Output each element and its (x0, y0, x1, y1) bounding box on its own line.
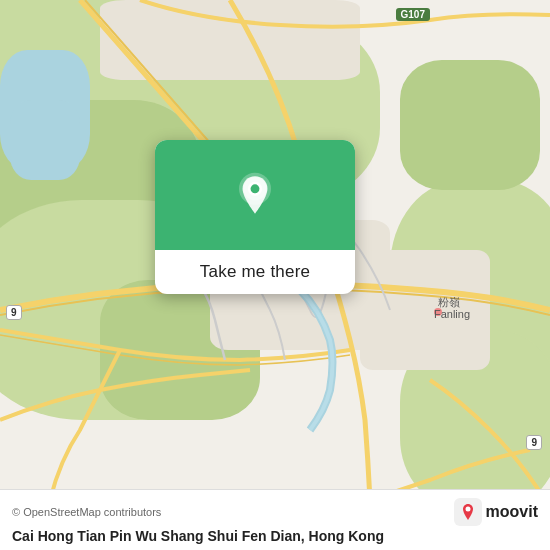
popup-green-header (155, 140, 355, 250)
map-label-fanling-en: Fanling (434, 308, 470, 320)
attribution-text: © OpenStreetMap contributors (12, 506, 161, 518)
road-badge-9-right: 9 (526, 435, 542, 450)
take-me-there-button[interactable]: Take me there (200, 262, 310, 282)
bottom-bar: © OpenStreetMap contributors moovit Cai … (0, 489, 550, 550)
attribution-row: © OpenStreetMap contributors moovit (12, 498, 538, 526)
popup-button-section: Take me there (155, 250, 355, 294)
road-badge-9-left: 9 (6, 305, 22, 320)
svg-point-5 (465, 507, 470, 512)
map-container: Sheung Shui 粉嶺 Fanling G107 9 9 Take me … (0, 0, 550, 550)
road-badge-g107: G107 (396, 8, 430, 21)
svg-point-3 (251, 184, 260, 193)
moovit-logo: moovit (454, 498, 538, 526)
moovit-icon (454, 498, 482, 526)
location-pin-icon (231, 171, 279, 219)
moovit-label: moovit (486, 503, 538, 521)
popup-card: Take me there (155, 140, 355, 294)
place-title: Cai Hong Tian Pin Wu Shang Shui Fen Dian… (12, 528, 538, 544)
moovit-svg (456, 500, 480, 524)
